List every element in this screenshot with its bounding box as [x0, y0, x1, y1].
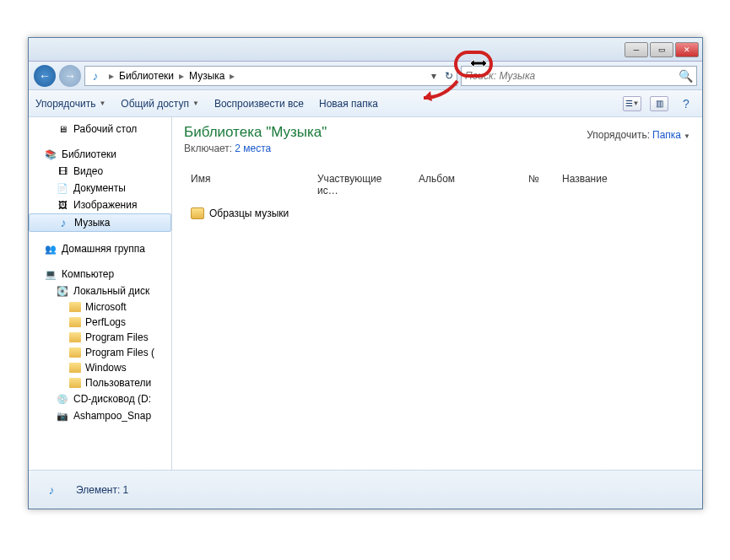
images-icon — [56, 198, 69, 212]
tree-cddrive[interactable]: CD-дисковод (D: — [29, 390, 171, 407]
forward-button[interactable]: → — [59, 65, 81, 87]
nav-bar: ← → ▸ Библиотеки ▸ Музыка ▸ ▾ ↻ 🔍 — [29, 62, 702, 90]
new-folder-button[interactable]: Новая папка — [319, 98, 378, 110]
music-icon — [57, 216, 70, 229]
breadcrumb-music[interactable]: Музыка — [187, 70, 226, 82]
organize-menu[interactable]: Упорядочить▼ — [35, 98, 105, 110]
tree-label: Домашняя группа — [62, 243, 145, 255]
tree-label: Microsoft — [85, 301, 127, 313]
explorer-body: Рабочий стол Библиотеки Видео Документы … — [29, 117, 702, 470]
col-number[interactable]: № — [522, 170, 555, 200]
chevron-down-icon: ▼ — [192, 100, 199, 107]
search-input[interactable] — [465, 70, 679, 82]
tree-label: Ashampoo_Snap — [73, 410, 151, 422]
column-headers: Имя Участвующие ис… Альбом № Название — [184, 170, 690, 204]
breadcrumb-arrow[interactable]: ▸ — [105, 70, 117, 82]
search-box[interactable]: 🔍 — [461, 66, 697, 86]
arrange-label: Упорядочить: — [587, 129, 650, 141]
titlebar: ─ ▭ ✕ — [29, 38, 702, 62]
documents-icon — [56, 181, 69, 195]
tree-label: PerfLogs — [85, 316, 126, 328]
help-button[interactable]: ? — [677, 96, 695, 111]
tree-computer[interactable]: Компьютер — [29, 266, 171, 283]
tree-images[interactable]: Изображения — [29, 197, 171, 213]
tree-label: Видео — [73, 165, 103, 177]
chevron-down-icon: ▼ — [99, 100, 105, 107]
col-title[interactable]: Название — [555, 170, 690, 200]
cd-icon — [56, 392, 69, 406]
list-item[interactable]: Образцы музыки — [184, 204, 690, 223]
tree-folder-programfiles[interactable]: Program Files — [29, 330, 171, 345]
play-all-label: Воспроизвести все — [214, 98, 304, 110]
tree-label: Program Files ( — [85, 347, 154, 358]
folder-icon — [69, 378, 81, 388]
computer-icon — [44, 267, 57, 281]
col-name[interactable]: Имя — [184, 170, 311, 200]
breadcrumb-arrow[interactable]: ▸ — [226, 70, 238, 82]
back-button[interactable]: ← — [34, 65, 56, 87]
organize-label: Упорядочить — [35, 98, 95, 110]
arrange-value: Папка — [652, 129, 681, 141]
tree-ashampoo[interactable]: Ashampoo_Snap — [29, 407, 171, 424]
tree-documents[interactable]: Документы — [29, 180, 171, 197]
tree-folder-microsoft[interactable]: Microsoft — [29, 299, 171, 315]
nav-pane: Рабочий стол Библиотеки Видео Документы … — [29, 117, 172, 470]
view-options-button[interactable]: ☰ ▼ — [623, 96, 641, 111]
arrange-by[interactable]: Упорядочить: Папка ▼ — [587, 129, 690, 141]
address-bar[interactable]: ▸ Библиотеки ▸ Музыка ▸ ▾ ↻ — [84, 66, 457, 86]
music-icon — [35, 474, 68, 506]
video-icon — [56, 164, 69, 178]
disk-icon — [56, 284, 69, 298]
command-bar: Упорядочить▼ Общий доступ▼ Воспроизвести… — [29, 90, 702, 117]
tree-folder-perflogs[interactable]: PerfLogs — [29, 315, 171, 330]
folder-icon — [191, 207, 204, 219]
status-bar: Элемент: 1 — [29, 470, 702, 509]
tree-label: Локальный диск — [73, 285, 149, 297]
share-label: Общий доступ — [121, 98, 189, 110]
status-text: Элемент: 1 — [76, 484, 128, 496]
tree-homegroup[interactable]: Домашняя группа — [29, 240, 171, 257]
folder-icon — [69, 332, 81, 342]
tree-folder-users[interactable]: Пользователи — [29, 375, 171, 390]
preview-pane-button[interactable]: ▥ — [650, 96, 668, 111]
new-folder-label: Новая папка — [319, 98, 378, 110]
close-button[interactable]: ✕ — [675, 42, 699, 57]
folder-icon — [69, 302, 81, 312]
music-icon — [89, 69, 102, 83]
tree-music[interactable]: Музыка — [29, 213, 171, 232]
tree-label: Музыка — [74, 217, 110, 229]
tree-label: Компьютер — [62, 268, 114, 280]
tree-label: Изображения — [73, 199, 137, 211]
col-album[interactable]: Альбом — [412, 170, 522, 200]
breadcrumb-arrow[interactable]: ▸ — [176, 70, 187, 82]
app-icon — [56, 409, 69, 423]
includes-locations-link[interactable]: 2 места — [235, 143, 271, 154]
tree-folder-windows[interactable]: Windows — [29, 360, 171, 375]
folder-icon — [69, 347, 81, 358]
tree-label: Program Files — [85, 331, 149, 343]
content-pane: Библиотека "Музыка" Включает: 2 места Уп… — [172, 117, 702, 470]
minimize-button[interactable]: ─ — [625, 42, 648, 57]
tree-label: CD-дисковод (D: — [73, 393, 151, 405]
tree-label: Документы — [73, 182, 126, 194]
tree-folder-programfiles-x86[interactable]: Program Files ( — [29, 345, 171, 360]
tree-desktop[interactable]: Рабочий стол — [29, 121, 171, 137]
breadcrumb-libraries[interactable]: Библиотеки — [117, 70, 176, 82]
includes-label: Включает: — [184, 143, 232, 154]
tree-video[interactable]: Видео — [29, 163, 171, 180]
tree-localdisk[interactable]: Локальный диск — [29, 283, 171, 299]
maximize-button[interactable]: ▭ — [650, 42, 673, 57]
homegroup-icon — [44, 242, 57, 256]
folder-icon — [69, 363, 81, 373]
chevron-down-icon: ▼ — [684, 132, 690, 140]
play-all-button[interactable]: Воспроизвести все — [214, 98, 304, 110]
tree-libraries[interactable]: Библиотеки — [29, 146, 171, 163]
col-artists[interactable]: Участвующие ис… — [311, 170, 412, 200]
desktop-icon — [56, 122, 69, 136]
refresh-icon[interactable]: ↻ — [445, 70, 453, 82]
address-dropdown-icon[interactable]: ▾ — [431, 70, 436, 82]
share-menu[interactable]: Общий доступ▼ — [121, 98, 199, 110]
tree-label: Рабочий стол — [73, 123, 137, 135]
search-icon[interactable]: 🔍 — [679, 69, 693, 83]
library-subtitle: Включает: 2 места — [184, 143, 690, 154]
